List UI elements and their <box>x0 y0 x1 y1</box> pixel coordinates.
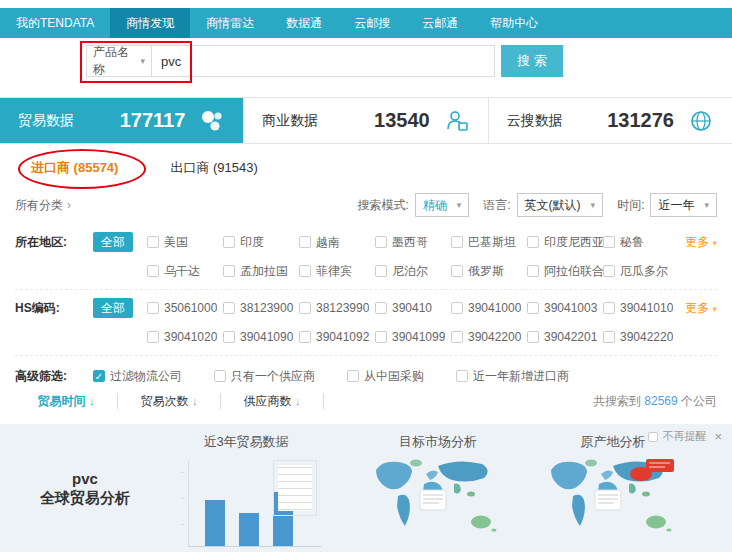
checkbox-icon[interactable] <box>451 302 463 314</box>
checkbox-icon[interactable] <box>527 236 539 248</box>
search-input[interactable] <box>151 45 495 77</box>
language-select[interactable]: 英文(默认) ▾ <box>517 193 604 217</box>
checkbox-icon[interactable] <box>299 265 311 277</box>
filter-option[interactable]: 38123990 <box>299 298 375 318</box>
filter-option[interactable]: 秘鲁 <box>603 232 679 252</box>
tab-importers[interactable]: 进口商 (85574) <box>31 153 118 183</box>
checkbox-icon[interactable] <box>527 265 539 277</box>
checkbox-icon[interactable] <box>603 302 615 314</box>
region-all-button[interactable]: 全部 <box>93 232 133 252</box>
checkbox-icon[interactable] <box>375 265 387 277</box>
nav-item-discovery[interactable]: 商情发现 <box>110 8 190 38</box>
time-select[interactable]: 近一年 ▾ <box>650 193 717 217</box>
filter-option[interactable]: 俄罗斯 <box>451 261 527 281</box>
region-more-link[interactable]: 更多 ▾ <box>685 232 717 253</box>
stat-business-data[interactable]: 商业数据 13540 <box>243 98 487 143</box>
filter-option[interactable]: 39041099 <box>375 327 451 347</box>
search-button[interactable]: 搜 索 <box>501 45 563 77</box>
sort-trade-time[interactable]: 贸易时间 ↓ <box>15 393 118 409</box>
filter-option[interactable]: 39041092 <box>299 327 375 347</box>
checkbox-icon[interactable] <box>603 236 615 248</box>
checkbox-icon[interactable] <box>147 265 159 277</box>
nav-item-radar[interactable]: 商情雷达 <box>190 8 270 38</box>
checkbox-icon[interactable] <box>214 370 226 382</box>
filter-option[interactable]: 越南 <box>299 232 375 252</box>
filter-option[interactable]: 39042201 <box>527 327 603 347</box>
nav-item-mail[interactable]: 云邮通 <box>406 8 474 38</box>
filter-option[interactable]: 39042200 <box>451 327 527 347</box>
filter-option[interactable]: 阿拉伯联合... <box>527 261 603 281</box>
search-mode-select[interactable]: 精确 ▾ <box>415 193 470 217</box>
filter-option[interactable]: 厄瓜多尔 <box>603 261 679 281</box>
checkbox-icon[interactable] <box>223 331 235 343</box>
filter-option[interactable]: 39041003 <box>527 298 603 318</box>
checkbox-icon[interactable] <box>603 265 615 277</box>
filter-option[interactable]: 墨西哥 <box>375 232 451 252</box>
sort-supplier-count[interactable]: 供应商数 ↓ <box>221 393 324 409</box>
checkbox-icon[interactable] <box>299 302 311 314</box>
checkbox-icon[interactable] <box>603 331 615 343</box>
checkbox-icon[interactable] <box>375 331 387 343</box>
checkbox-icon[interactable] <box>223 236 235 248</box>
checkbox-icon[interactable] <box>375 302 387 314</box>
checkbox-icon[interactable] <box>147 302 159 314</box>
search-mode-label: 搜索模式: <box>357 197 408 214</box>
close-icon[interactable]: × <box>714 429 722 444</box>
checkbox-icon[interactable] <box>147 236 159 248</box>
all-categories-link[interactable]: 所有分类 › <box>15 197 71 214</box>
tab-exporters[interactable]: 出口商 (91543) <box>170 153 257 183</box>
filter-option[interactable]: 35061000 <box>147 298 223 318</box>
checkbox-icon[interactable] <box>147 331 159 343</box>
checkbox-icon[interactable] <box>375 236 387 248</box>
nav-item-my-tendata[interactable]: 我的TENDATA <box>0 8 110 38</box>
checkbox-checked-icon[interactable] <box>93 370 105 382</box>
checkbox-icon[interactable] <box>223 302 235 314</box>
checkbox-icon[interactable] <box>456 370 468 382</box>
category-select[interactable]: 产品名称 ▾ <box>86 45 152 77</box>
sort-trade-count[interactable]: 贸易次数 ↓ <box>118 393 221 409</box>
filter-option[interactable]: 乌干达 <box>147 261 223 281</box>
filter-option[interactable]: 巴基斯坦 <box>451 232 527 252</box>
filter-option[interactable]: 39041020 <box>147 327 223 347</box>
filter-option-single-supplier[interactable]: 只有一个供应商 <box>214 366 315 386</box>
checkbox-icon[interactable] <box>299 331 311 343</box>
hs-all-button[interactable]: 全部 <box>93 298 133 318</box>
filter-option[interactable]: 39041000 <box>451 298 527 318</box>
nav-item-data[interactable]: 数据通 <box>270 8 338 38</box>
checkbox-icon[interactable] <box>527 331 539 343</box>
checkbox-icon[interactable] <box>451 331 463 343</box>
checkbox-icon[interactable] <box>299 236 311 248</box>
axis-tick <box>181 472 189 473</box>
checkbox-icon[interactable] <box>451 265 463 277</box>
checkbox-icon[interactable] <box>527 302 539 314</box>
filter-option[interactable]: 38123900 <box>223 298 299 318</box>
filter-option[interactable]: 39042220 <box>603 327 679 347</box>
filter-option[interactable]: 39041090 <box>223 327 299 347</box>
filter-option[interactable]: 美国 <box>147 232 223 252</box>
filter-option-new-importers[interactable]: 近一年新增进口商 <box>456 366 569 386</box>
molecule-icon <box>199 108 225 134</box>
nav-item-help[interactable]: 帮助中心 <box>474 8 554 38</box>
checkbox-icon[interactable] <box>347 370 359 382</box>
advanced-options: 过滤物流公司 只有一个供应商 从中国采购 近一年新增进口商 <box>93 366 569 386</box>
checkbox-icon[interactable] <box>451 236 463 248</box>
filter-option[interactable]: 390410 <box>375 298 451 318</box>
filter-option[interactable]: 尼泊尔 <box>375 261 451 281</box>
mini-bar-chart[interactable] <box>188 460 321 547</box>
filter-option-logistics[interactable]: 过滤物流公司 <box>93 366 182 386</box>
filter-option[interactable]: 印度 <box>223 232 299 252</box>
world-map-graphic[interactable] <box>368 456 504 548</box>
checkbox-icon[interactable] <box>223 265 235 277</box>
search-bar: 产品名称 ▾ 搜 索 <box>0 45 732 77</box>
stat-cloud-search-data[interactable]: 云搜数据 131276 <box>488 98 732 143</box>
hs-more-link[interactable]: 更多 ▾ <box>685 298 717 319</box>
filter-option[interactable]: 孟加拉国 <box>223 261 299 281</box>
filter-option-from-china[interactable]: 从中国采购 <box>347 366 424 386</box>
filter-option[interactable]: 印度尼西亚 <box>527 232 603 252</box>
filter-option[interactable]: 39041010 <box>603 298 679 318</box>
stat-trade-data[interactable]: 贸易数据 177117 <box>0 98 243 143</box>
filter-option[interactable]: 菲律宾 <box>299 261 375 281</box>
world-map-graphic-origin[interactable] <box>543 456 679 548</box>
nav-item-mail-search[interactable]: 云邮搜 <box>338 8 406 38</box>
chart-tooltip <box>273 460 317 516</box>
